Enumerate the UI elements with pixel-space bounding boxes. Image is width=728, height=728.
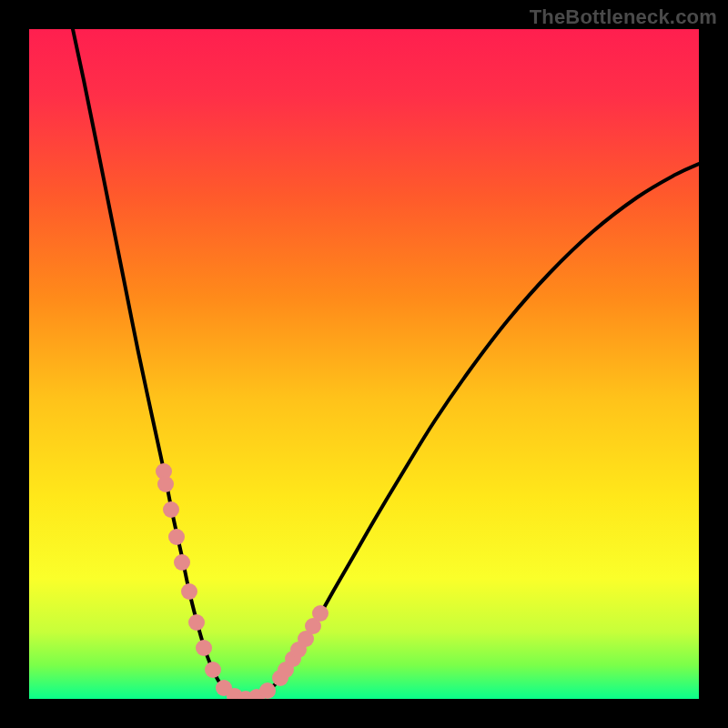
data-marker [163, 501, 179, 518]
data-marker [168, 529, 185, 545]
data-marker [181, 583, 197, 600]
plot-svg [29, 29, 699, 699]
data-marker [196, 640, 212, 656]
data-marker [312, 605, 329, 622]
data-marker [259, 682, 276, 699]
data-marker [157, 476, 174, 492]
gradient-background [29, 29, 699, 699]
chart-container: TheBottleneck.com [0, 0, 728, 728]
data-marker [174, 554, 190, 571]
data-marker [205, 662, 221, 678]
data-marker [188, 614, 205, 631]
plot-area [29, 29, 699, 699]
watermark-text: TheBottleneck.com [530, 5, 717, 29]
